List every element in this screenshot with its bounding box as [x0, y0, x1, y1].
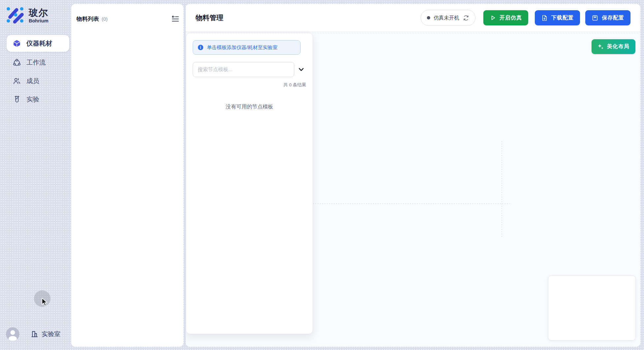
- sidebar-item-label: 成员: [26, 76, 39, 85]
- cube-icon: [13, 39, 21, 48]
- sidebar-item-instruments[interactable]: 仪器耗材: [7, 35, 69, 52]
- template-hint-text: 单击模板添加仪器/耗材至实验室: [207, 44, 277, 51]
- sidebar: 玻尔 Bohrium 仪器耗材: [0, 0, 72, 350]
- members-icon: [13, 77, 21, 85]
- canvas-guide-vertical: [501, 141, 502, 237]
- download-config-button[interactable]: 下载配置: [535, 10, 580, 25]
- sidebar-item-workflow[interactable]: 工作流: [7, 54, 69, 71]
- beautify-layout-label: 美化布局: [607, 43, 629, 50]
- chevron-down-icon[interactable]: [297, 66, 305, 73]
- sidebar-item-label: 工作流: [26, 58, 46, 67]
- sparkles-icon: [597, 44, 604, 50]
- canvas-guide-horizontal: [313, 203, 510, 204]
- sidebar-item-label: 仪器耗材: [26, 39, 52, 48]
- app-window: 玻尔 Bohrium 仪器耗材: [0, 0, 644, 350]
- material-list-count: (0): [102, 16, 108, 22]
- sidebar-item-members[interactable]: 成员: [7, 73, 69, 89]
- play-icon: [490, 15, 496, 21]
- flow-canvas[interactable]: 美化布局 单击模板添加仪器/耗材至实验室: [186, 32, 640, 347]
- save-icon: [592, 15, 598, 21]
- file-download-icon: [541, 15, 548, 21]
- template-search-input[interactable]: [193, 62, 294, 77]
- sidebar-footer: 实验室: [6, 327, 60, 341]
- page-title: 物料管理: [196, 13, 223, 22]
- start-simulation-label: 开启仿真: [499, 15, 522, 21]
- info-icon: [198, 44, 204, 50]
- user-avatar[interactable]: [6, 327, 19, 341]
- bohrium-logo-icon: [6, 7, 25, 25]
- building-icon: [30, 330, 39, 338]
- material-list-panel: 物料列表 (0): [71, 4, 183, 347]
- node-template-panel: 单击模板添加仪器/耗材至实验室 共 0 条结果 没有可用的节点模板: [186, 33, 313, 334]
- test-tube-icon: [13, 95, 21, 104]
- brand-name: 玻尔: [29, 8, 48, 17]
- start-simulation-button[interactable]: 开启仿真: [483, 10, 528, 25]
- beautify-layout-button[interactable]: 美化布局: [592, 39, 635, 54]
- sidebar-item-experiments[interactable]: 实验: [7, 91, 69, 108]
- material-list-title: 物料列表: [77, 15, 99, 23]
- save-config-button[interactable]: 保存配置: [585, 10, 630, 25]
- download-config-label: 下载配置: [551, 15, 574, 21]
- refresh-icon[interactable]: [463, 15, 469, 21]
- template-result-count: 共 0 条结果: [283, 82, 306, 88]
- simulation-status-label: 仿真未开机: [434, 15, 460, 21]
- brand-subtitle: Bohrium: [29, 18, 48, 23]
- minimap[interactable]: [548, 276, 636, 340]
- lab-label: 实验室: [42, 330, 60, 338]
- collapse-panel-button[interactable]: [170, 14, 180, 24]
- brand-logo: 玻尔 Bohrium: [6, 7, 48, 25]
- template-empty-text: 没有可用的节点模板: [186, 103, 313, 110]
- status-dot-icon: [427, 16, 430, 19]
- template-hint-banner: 单击模板添加仪器/耗材至实验室: [193, 40, 301, 55]
- material-list-header: 物料列表 (0): [77, 14, 180, 24]
- sidebar-item-lab[interactable]: 实验室: [30, 330, 60, 338]
- save-config-label: 保存配置: [602, 15, 624, 21]
- main-panel: 物料管理 仿真未开机: [186, 4, 640, 347]
- main-header: 物料管理 仿真未开机: [186, 4, 640, 32]
- simulation-status-pill[interactable]: 仿真未开机: [421, 10, 476, 26]
- workflow-icon: [13, 58, 21, 67]
- sidebar-item-label: 实验: [26, 95, 39, 104]
